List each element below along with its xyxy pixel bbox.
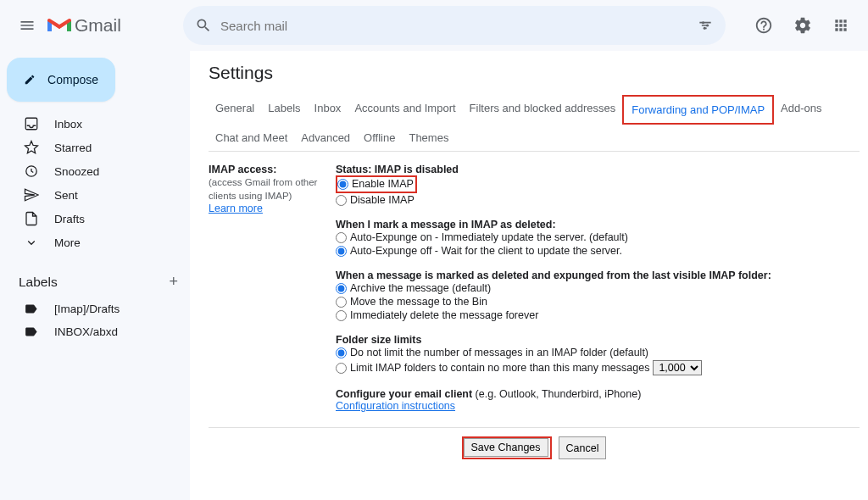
- tab-offline[interactable]: Offline: [357, 125, 402, 151]
- svg-point-4: [704, 27, 706, 30]
- help-icon: [754, 16, 773, 35]
- main-menu-button[interactable]: [10, 8, 44, 42]
- tab-labels[interactable]: Labels: [261, 95, 307, 125]
- label-text: [Imap]/Drafts: [54, 303, 120, 315]
- sidebar-item-drafts[interactable]: Drafts: [7, 207, 190, 231]
- label-icon: [24, 302, 38, 316]
- search-options-icon[interactable]: [697, 17, 714, 34]
- sidebar-item-snoozed[interactable]: Snoozed: [7, 159, 190, 183]
- tab-themes[interactable]: Themes: [402, 125, 455, 151]
- deleted-header: When I mark a message in IMAP as deleted…: [336, 219, 860, 231]
- radio-delete-forever[interactable]: Immediately delete the message forever: [336, 308, 860, 322]
- nav-label: Starred: [54, 142, 92, 154]
- file-icon: [24, 211, 39, 226]
- configure-client-label: Configure your email client: [336, 388, 472, 400]
- radio-autoexpunge-on[interactable]: Auto-Expunge on - Immediately update the…: [336, 231, 860, 244]
- labels-section-header: Labels +: [7, 254, 190, 297]
- cancel-button[interactable]: Cancel: [559, 436, 607, 459]
- radio-limit-folder[interactable]: Limit IMAP folders to contain no more th…: [336, 359, 860, 376]
- settings-tabs: General Labels Inbox Accounts and Import…: [209, 95, 860, 152]
- radio-input[interactable]: [336, 297, 347, 308]
- radio-input[interactable]: [336, 283, 347, 294]
- label-icon: [24, 325, 38, 339]
- add-label-button[interactable]: +: [169, 273, 178, 291]
- config-instructions-link[interactable]: Configuration instructions: [336, 400, 455, 412]
- radio-input[interactable]: [336, 232, 347, 243]
- tab-inbox[interactable]: Inbox: [308, 95, 348, 125]
- radio-disable-imap[interactable]: Disable IMAP: [336, 193, 860, 207]
- configure-client-row: Configure your email client (e.g. Outloo…: [336, 388, 860, 400]
- sidebar-label-imap-drafts[interactable]: [Imap]/Drafts: [7, 297, 190, 320]
- sidebar-item-more[interactable]: More: [7, 231, 190, 254]
- star-icon: [24, 140, 39, 155]
- inbox-icon: [24, 116, 39, 131]
- radio-label: Auto-Expunge on - Immediately update the…: [350, 231, 628, 243]
- radio-label: Auto-Expunge off - Wait for the client t…: [350, 245, 622, 257]
- nav-label: Snoozed: [54, 165, 99, 178]
- expunge-header: When a message is marked as deleted and …: [336, 269, 860, 281]
- radio-label: Move the message to the Bin: [350, 296, 487, 308]
- settings-title: Settings: [209, 63, 860, 83]
- radio-input[interactable]: [336, 347, 347, 358]
- annotation-highlight: Save Changes: [462, 436, 552, 459]
- tab-accounts[interactable]: Accounts and Import: [348, 95, 462, 125]
- radio-input[interactable]: [336, 246, 347, 257]
- settings-button[interactable]: [785, 8, 821, 43]
- radio-input[interactable]: [336, 363, 347, 374]
- radio-enable-imap[interactable]: Enable IMAP: [337, 177, 414, 191]
- imap-access-label: IMAP access:: [209, 164, 336, 175]
- compose-label: Compose: [47, 73, 98, 86]
- settings-panel: Settings General Labels Inbox Accounts a…: [190, 51, 868, 500]
- tab-advanced[interactable]: Advanced: [294, 125, 357, 151]
- sidebar-item-starred[interactable]: Starred: [7, 136, 190, 159]
- radio-move-bin[interactable]: Move the message to the Bin: [336, 295, 860, 308]
- save-changes-button[interactable]: Save Changes: [464, 438, 548, 457]
- svg-point-3: [706, 25, 709, 27]
- tab-general[interactable]: General: [209, 95, 261, 125]
- action-buttons: Save Changes Cancel: [209, 427, 860, 459]
- imap-access-hint: (access Gmail from other clients using I…: [209, 175, 336, 203]
- svg-point-2: [702, 21, 704, 24]
- radio-input[interactable]: [337, 179, 348, 190]
- folder-limits-header: Folder size limits: [336, 334, 860, 346]
- sidebar: Compose Inbox Starred Snoozed Sent Draft…: [0, 51, 190, 500]
- chevron-down-icon: [24, 235, 39, 250]
- radio-autoexpunge-off[interactable]: Auto-Expunge off - Wait for the client t…: [336, 244, 860, 258]
- nav-label: Drafts: [54, 213, 85, 225]
- hamburger-icon: [19, 17, 36, 34]
- apps-button[interactable]: [824, 8, 858, 42]
- nav-label: More: [54, 236, 81, 249]
- gmail-logo[interactable]: Gmail: [47, 15, 183, 36]
- sidebar-item-sent[interactable]: Sent: [7, 183, 190, 207]
- clock-icon: [24, 164, 39, 179]
- annotation-highlight: Forwarding and POP/IMAP: [622, 95, 774, 125]
- sidebar-item-inbox[interactable]: Inbox: [7, 112, 190, 136]
- imap-status: Status: IMAP is disabled: [336, 164, 860, 175]
- tab-filters[interactable]: Filters and blocked addresses: [463, 95, 623, 125]
- header-actions: [746, 8, 858, 43]
- nav-label: Inbox: [54, 118, 82, 131]
- compose-button[interactable]: Compose: [7, 58, 115, 102]
- annotation-highlight: Enable IMAP: [336, 175, 417, 193]
- radio-input[interactable]: [336, 195, 347, 206]
- radio-archive[interactable]: Archive the message (default): [336, 281, 860, 295]
- sidebar-label-inbox-abxd[interactable]: INBOX/abxd: [7, 320, 190, 343]
- logo-text: Gmail: [75, 15, 121, 36]
- radio-input[interactable]: [336, 310, 347, 321]
- apps-grid-icon: [832, 17, 849, 34]
- radio-label: Disable IMAP: [350, 194, 415, 206]
- imap-access-section: IMAP access: (access Gmail from other cl…: [209, 152, 860, 412]
- search-input[interactable]: [220, 19, 697, 33]
- search-bar[interactable]: [183, 6, 726, 45]
- help-button[interactable]: [746, 8, 782, 43]
- radio-label: Archive the message (default): [350, 282, 491, 294]
- tab-chat[interactable]: Chat and Meet: [209, 125, 294, 151]
- limit-count-select[interactable]: 1,000: [653, 360, 702, 375]
- tab-forwarding[interactable]: Forwarding and POP/IMAP: [625, 97, 771, 123]
- gmail-icon: [47, 16, 71, 35]
- app-header: Gmail: [0, 0, 868, 51]
- tab-addons[interactable]: Add-ons: [774, 95, 828, 125]
- search-icon: [195, 17, 212, 34]
- radio-no-limit[interactable]: Do not limit the number of messages in a…: [336, 346, 860, 359]
- learn-more-link[interactable]: Learn more: [209, 203, 263, 214]
